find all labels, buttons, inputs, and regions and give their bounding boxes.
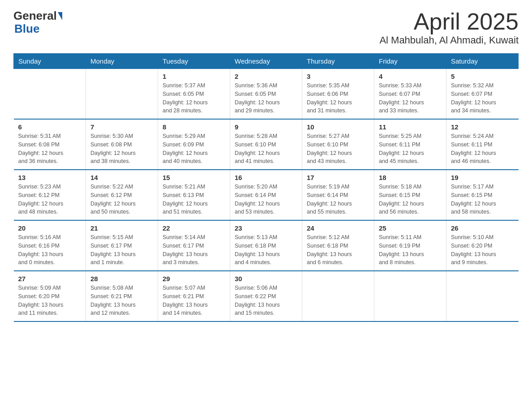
day-number: 29	[163, 275, 225, 283]
calendar-cell: 20Sunrise: 5:16 AM Sunset: 6:16 PM Dayli…	[14, 220, 86, 271]
day-number: 1	[163, 73, 225, 80]
day-info: Sunrise: 5:20 AM Sunset: 6:14 PM Dayligh…	[235, 183, 297, 216]
calendar-cell: 2Sunrise: 5:36 AM Sunset: 6:05 PM Daylig…	[230, 69, 302, 120]
day-info: Sunrise: 5:14 AM Sunset: 6:17 PM Dayligh…	[163, 233, 225, 267]
day-number: 30	[235, 275, 297, 283]
calendar-week-row: 20Sunrise: 5:16 AM Sunset: 6:16 PM Dayli…	[14, 220, 519, 271]
calendar-cell: 22Sunrise: 5:14 AM Sunset: 6:17 PM Dayli…	[158, 220, 230, 271]
day-info: Sunrise: 5:32 AM Sunset: 6:07 PM Dayligh…	[451, 81, 514, 115]
day-number: 13	[18, 174, 82, 181]
day-number: 21	[90, 224, 153, 232]
weekday-header-thursday: Thursday	[302, 54, 374, 69]
day-info: Sunrise: 5:36 AM Sunset: 6:05 PM Dayligh…	[235, 81, 297, 115]
day-number: 12	[451, 123, 514, 131]
calendar-cell: 30Sunrise: 5:06 AM Sunset: 6:22 PM Dayli…	[230, 271, 302, 321]
day-info: Sunrise: 5:33 AM Sunset: 6:07 PM Dayligh…	[379, 81, 442, 115]
page-header: General Blue April 2025 Al Mahbulah, Al …	[13, 9, 519, 46]
day-number: 5	[451, 73, 514, 80]
day-info: Sunrise: 5:24 AM Sunset: 6:11 PM Dayligh…	[451, 132, 514, 166]
day-info: Sunrise: 5:29 AM Sunset: 6:09 PM Dayligh…	[163, 132, 225, 166]
day-info: Sunrise: 5:06 AM Sunset: 6:22 PM Dayligh…	[235, 284, 297, 317]
day-number: 7	[90, 123, 153, 131]
day-number: 8	[163, 123, 225, 131]
logo: General Blue	[13, 9, 62, 36]
calendar-cell: 8Sunrise: 5:29 AM Sunset: 6:09 PM Daylig…	[158, 119, 230, 170]
calendar-cell: 21Sunrise: 5:15 AM Sunset: 6:17 PM Dayli…	[86, 220, 158, 271]
day-info: Sunrise: 5:19 AM Sunset: 6:14 PM Dayligh…	[307, 183, 369, 216]
calendar-week-row: 13Sunrise: 5:23 AM Sunset: 6:12 PM Dayli…	[14, 170, 519, 220]
calendar-cell: 11Sunrise: 5:25 AM Sunset: 6:11 PM Dayli…	[374, 119, 446, 170]
calendar-cell: 5Sunrise: 5:32 AM Sunset: 6:07 PM Daylig…	[446, 69, 519, 120]
day-info: Sunrise: 5:16 AM Sunset: 6:16 PM Dayligh…	[18, 233, 82, 267]
calendar-header: SundayMondayTuesdayWednesdayThursdayFrid…	[14, 54, 519, 69]
day-info: Sunrise: 5:18 AM Sunset: 6:15 PM Dayligh…	[379, 183, 442, 216]
calendar-cell: 15Sunrise: 5:21 AM Sunset: 6:13 PM Dayli…	[158, 170, 230, 220]
calendar-cell: 4Sunrise: 5:33 AM Sunset: 6:07 PM Daylig…	[374, 69, 446, 120]
calendar-cell: 13Sunrise: 5:23 AM Sunset: 6:12 PM Dayli…	[14, 170, 86, 220]
calendar-cell: 26Sunrise: 5:10 AM Sunset: 6:20 PM Dayli…	[446, 220, 519, 271]
day-info: Sunrise: 5:11 AM Sunset: 6:19 PM Dayligh…	[379, 233, 442, 267]
calendar-cell: 24Sunrise: 5:12 AM Sunset: 6:18 PM Dayli…	[302, 220, 374, 271]
calendar-body: 1Sunrise: 5:37 AM Sunset: 6:05 PM Daylig…	[14, 69, 519, 322]
day-number: 4	[379, 73, 442, 80]
calendar-cell: 28Sunrise: 5:08 AM Sunset: 6:21 PM Dayli…	[86, 271, 158, 321]
month-title: April 2025	[379, 9, 519, 34]
weekday-header-saturday: Saturday	[446, 54, 519, 69]
calendar-cell: 12Sunrise: 5:24 AM Sunset: 6:11 PM Dayli…	[446, 119, 519, 170]
location-title: Al Mahbulah, Al Ahmadi, Kuwait	[379, 34, 519, 46]
weekday-header-monday: Monday	[86, 54, 158, 69]
day-number: 20	[18, 224, 82, 232]
calendar-cell: 27Sunrise: 5:09 AM Sunset: 6:20 PM Dayli…	[14, 271, 86, 321]
day-info: Sunrise: 5:30 AM Sunset: 6:08 PM Dayligh…	[90, 132, 153, 166]
day-number: 14	[90, 174, 153, 181]
calendar-cell: 19Sunrise: 5:17 AM Sunset: 6:15 PM Dayli…	[446, 170, 519, 220]
day-number: 17	[307, 174, 369, 181]
day-info: Sunrise: 5:22 AM Sunset: 6:12 PM Dayligh…	[90, 183, 153, 216]
day-number: 10	[307, 123, 369, 131]
weekday-header-row: SundayMondayTuesdayWednesdayThursdayFrid…	[14, 54, 519, 69]
day-info: Sunrise: 5:09 AM Sunset: 6:20 PM Dayligh…	[18, 284, 82, 317]
day-info: Sunrise: 5:31 AM Sunset: 6:08 PM Dayligh…	[18, 132, 82, 166]
day-info: Sunrise: 5:25 AM Sunset: 6:11 PM Dayligh…	[379, 132, 442, 166]
day-number: 2	[235, 73, 297, 80]
calendar-cell	[446, 271, 519, 321]
calendar-cell: 16Sunrise: 5:20 AM Sunset: 6:14 PM Dayli…	[230, 170, 302, 220]
day-info: Sunrise: 5:13 AM Sunset: 6:18 PM Dayligh…	[235, 233, 297, 267]
day-info: Sunrise: 5:37 AM Sunset: 6:05 PM Dayligh…	[163, 81, 225, 115]
day-number: 3	[307, 73, 369, 80]
calendar-cell: 18Sunrise: 5:18 AM Sunset: 6:15 PM Dayli…	[374, 170, 446, 220]
day-info: Sunrise: 5:28 AM Sunset: 6:10 PM Dayligh…	[235, 132, 297, 166]
calendar-cell	[14, 69, 86, 120]
logo-triangle-icon	[58, 12, 62, 20]
day-number: 19	[451, 174, 514, 181]
calendar-week-row: 27Sunrise: 5:09 AM Sunset: 6:20 PM Dayli…	[14, 271, 519, 321]
day-number: 25	[379, 224, 442, 232]
calendar-cell: 6Sunrise: 5:31 AM Sunset: 6:08 PM Daylig…	[14, 119, 86, 170]
calendar-cell: 23Sunrise: 5:13 AM Sunset: 6:18 PM Dayli…	[230, 220, 302, 271]
title-section: April 2025 Al Mahbulah, Al Ahmadi, Kuwai…	[379, 9, 519, 46]
day-info: Sunrise: 5:10 AM Sunset: 6:20 PM Dayligh…	[451, 233, 514, 267]
day-info: Sunrise: 5:08 AM Sunset: 6:21 PM Dayligh…	[90, 284, 153, 317]
day-number: 28	[90, 275, 153, 283]
day-number: 6	[18, 123, 82, 131]
day-info: Sunrise: 5:07 AM Sunset: 6:21 PM Dayligh…	[163, 284, 225, 317]
weekday-header-sunday: Sunday	[14, 54, 86, 69]
calendar-cell: 17Sunrise: 5:19 AM Sunset: 6:14 PM Dayli…	[302, 170, 374, 220]
day-info: Sunrise: 5:15 AM Sunset: 6:17 PM Dayligh…	[90, 233, 153, 267]
logo-general-text: General	[13, 9, 57, 23]
calendar-week-row: 6Sunrise: 5:31 AM Sunset: 6:08 PM Daylig…	[14, 119, 519, 170]
day-info: Sunrise: 5:35 AM Sunset: 6:06 PM Dayligh…	[307, 81, 369, 115]
day-number: 22	[163, 224, 225, 232]
calendar-cell: 1Sunrise: 5:37 AM Sunset: 6:05 PM Daylig…	[158, 69, 230, 120]
calendar-cell: 25Sunrise: 5:11 AM Sunset: 6:19 PM Dayli…	[374, 220, 446, 271]
calendar-cell: 9Sunrise: 5:28 AM Sunset: 6:10 PM Daylig…	[230, 119, 302, 170]
calendar-week-row: 1Sunrise: 5:37 AM Sunset: 6:05 PM Daylig…	[14, 69, 519, 120]
calendar-table: SundayMondayTuesdayWednesdayThursdayFrid…	[13, 53, 519, 322]
day-number: 16	[235, 174, 297, 181]
day-number: 27	[18, 275, 82, 283]
day-info: Sunrise: 5:12 AM Sunset: 6:18 PM Dayligh…	[307, 233, 369, 267]
day-number: 23	[235, 224, 297, 232]
calendar-cell	[302, 271, 374, 321]
calendar-cell: 14Sunrise: 5:22 AM Sunset: 6:12 PM Dayli…	[86, 170, 158, 220]
day-number: 9	[235, 123, 297, 131]
